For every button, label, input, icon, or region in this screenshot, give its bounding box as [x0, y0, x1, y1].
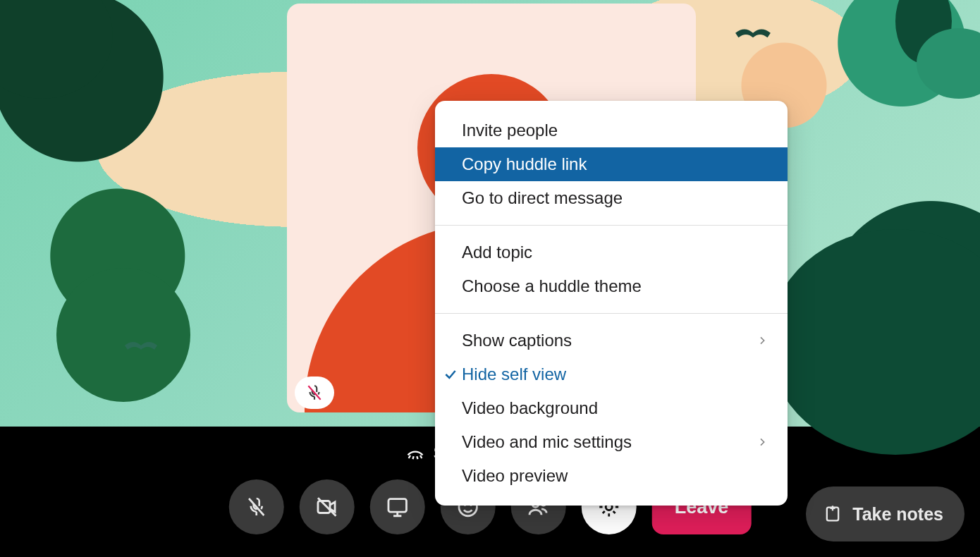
menu-item-copy-huddle-link[interactable]: Copy huddle link — [435, 147, 788, 181]
menu-item-label: Add topic — [462, 243, 532, 262]
svg-rect-10 — [388, 499, 407, 512]
camera-off-icon — [315, 495, 339, 519]
notes-icon — [823, 504, 843, 524]
check-icon — [443, 367, 458, 381]
menu-item-add-topic[interactable]: Add topic — [435, 235, 788, 269]
screen-icon — [386, 495, 410, 519]
menu-item-choose-theme[interactable]: Choose a huddle theme — [435, 269, 788, 303]
svg-line-4 — [417, 456, 417, 459]
menu-item-label: Video preview — [462, 466, 568, 486]
menu-divider — [435, 225, 788, 226]
svg-line-3 — [412, 456, 413, 459]
menu-item-label: Invite people — [462, 121, 558, 140]
menu-item-hide-self-view[interactable]: Hide self view — [435, 357, 788, 391]
menu-item-go-to-dm[interactable]: Go to direct message — [435, 181, 788, 215]
settings-context-menu: Invite people Copy huddle link Go to dir… — [435, 101, 788, 506]
menu-item-label: Show captions — [462, 331, 572, 350]
eye-off-icon — [405, 443, 425, 463]
menu-item-video-preview[interactable]: Video preview — [435, 459, 788, 493]
chevron-right-icon — [757, 436, 768, 448]
menu-item-show-captions[interactable]: Show captions — [435, 324, 788, 357]
menu-item-label: Copy huddle link — [462, 154, 587, 174]
video-toggle-button[interactable] — [300, 479, 355, 534]
take-notes-label: Take notes — [852, 504, 943, 525]
menu-item-label: Go to direct message — [462, 188, 623, 208]
take-notes-button[interactable]: Take notes — [806, 486, 964, 541]
chevron-right-icon — [757, 335, 768, 346]
menu-item-label: Hide self view — [462, 365, 566, 384]
menu-divider — [435, 313, 788, 314]
menu-item-video-background[interactable]: Video background — [435, 391, 788, 425]
mic-off-icon — [305, 383, 324, 403]
mic-toggle-button[interactable] — [229, 479, 284, 534]
mic-off-icon — [245, 496, 268, 518]
menu-item-invite-people[interactable]: Invite people — [435, 114, 788, 147]
menu-item-video-mic-settings[interactable]: Video and mic settings — [435, 425, 788, 459]
tile-mic-muted-badge — [295, 377, 334, 409]
svg-line-2 — [408, 455, 410, 458]
menu-item-label: Video background — [462, 398, 598, 418]
menu-item-label: Choose a huddle theme — [462, 276, 642, 296]
svg-line-5 — [420, 455, 422, 458]
share-screen-button[interactable] — [370, 479, 425, 534]
menu-item-label: Video and mic settings — [462, 432, 632, 452]
